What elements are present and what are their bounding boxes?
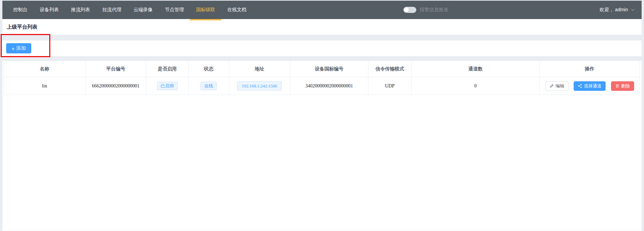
plus-icon: + (12, 46, 15, 51)
cell-enabled: 已启用 (146, 77, 189, 95)
table-header-row: 名称 平台编号 是否启用 状态 地址 设备国标编号 信令传输模式 通道数 操作 (4, 61, 640, 77)
alarm-push-label: 报警信息推送 (420, 7, 448, 13)
select-channel-label: 选择通道 (584, 83, 602, 89)
toggle-knob (404, 7, 409, 12)
alarm-push-toggle[interactable] (403, 7, 416, 13)
edit-button[interactable]: 编辑 (545, 81, 569, 91)
col-header-channels: 通道数 (412, 61, 540, 77)
nav-item-console[interactable]: 控制台 (7, 1, 34, 19)
add-button-label: 添加 (16, 45, 26, 51)
cell-address: 192.168.1.242:1506 (229, 77, 290, 95)
cell-name: lin (4, 77, 86, 95)
app-container: 控制台 设备列表 推流列表 拉流代理 云端录像 节点管理 国标级联 在线文档 报… (2, 1, 642, 231)
nav-item-device-list[interactable]: 设备列表 (34, 1, 65, 19)
top-navbar: 控制台 设备列表 推流列表 拉流代理 云端录像 节点管理 国标级联 在线文档 报… (2, 1, 642, 19)
nav-item-pull-proxy[interactable]: 拉流代理 (96, 1, 127, 19)
nav-item-gb-cascade[interactable]: 国标级联 (190, 1, 221, 19)
nav-item-label: 国标级联 (196, 7, 215, 13)
cell-platform-id: 66620000002000000001 (86, 77, 146, 95)
col-header-actions: 操作 (540, 61, 640, 77)
col-header-name: 名称 (4, 61, 86, 77)
alarm-push-group: 报警信息推送 (403, 1, 448, 19)
table-row: lin 66620000002000000001 已启用 在线 192.168.… (4, 77, 640, 95)
col-header-status: 状态 (189, 61, 229, 77)
col-header-transport: 信令传输模式 (368, 61, 412, 77)
col-header-enabled: 是否启用 (146, 61, 189, 77)
select-channel-button[interactable]: 选择通道 (574, 81, 606, 91)
nav-item-push-list[interactable]: 推流列表 (65, 1, 96, 19)
status-badge: 在线 (201, 82, 217, 90)
title-bar: 上级平台列表 (2, 19, 642, 35)
chevron-down-icon (631, 9, 635, 11)
spacer (2, 35, 642, 40)
col-header-platform-id: 平台编号 (86, 61, 146, 77)
cell-actions: 编辑 选择通道 删除 (540, 77, 640, 95)
nav-item-node-manage[interactable]: 节点管理 (159, 1, 190, 19)
platform-table-card: 名称 平台编号 是否启用 状态 地址 设备国标编号 信令传输模式 通道数 操作 … (2, 61, 642, 231)
delete-button-label: 删除 (621, 83, 630, 89)
edit-button-label: 编辑 (556, 83, 564, 89)
delete-button[interactable]: 删除 (611, 81, 634, 91)
col-header-address: 地址 (229, 61, 290, 77)
welcome-text: 欢迎， admin (599, 7, 628, 13)
user-menu[interactable]: 欢迎， admin (599, 1, 635, 19)
cell-transport: UDP (368, 77, 412, 95)
page-title: 上级平台列表 (7, 24, 37, 30)
cell-status: 在线 (189, 77, 229, 95)
active-tab-underline (190, 19, 221, 20)
toolbar: + 添加 (2, 40, 642, 56)
cell-channels: 0 (412, 77, 540, 95)
pencil-icon (550, 84, 554, 88)
enabled-badge: 已启用 (157, 82, 178, 90)
address-badge[interactable]: 192.168.1.242:1506 (237, 81, 281, 91)
share-icon (578, 84, 582, 88)
add-button[interactable]: + 添加 (6, 43, 31, 53)
trash-icon (615, 84, 620, 88)
col-header-device-gb-id: 设备国标编号 (290, 61, 368, 77)
nav-item-online-docs[interactable]: 在线文档 (221, 1, 253, 19)
spacer (2, 56, 642, 61)
nav-item-cloud-record[interactable]: 云端录像 (127, 1, 159, 19)
platform-table: 名称 平台编号 是否启用 状态 地址 设备国标编号 信令传输模式 通道数 操作 … (3, 61, 640, 95)
cell-device-gb-id: 34020000002000000001 (290, 77, 368, 95)
